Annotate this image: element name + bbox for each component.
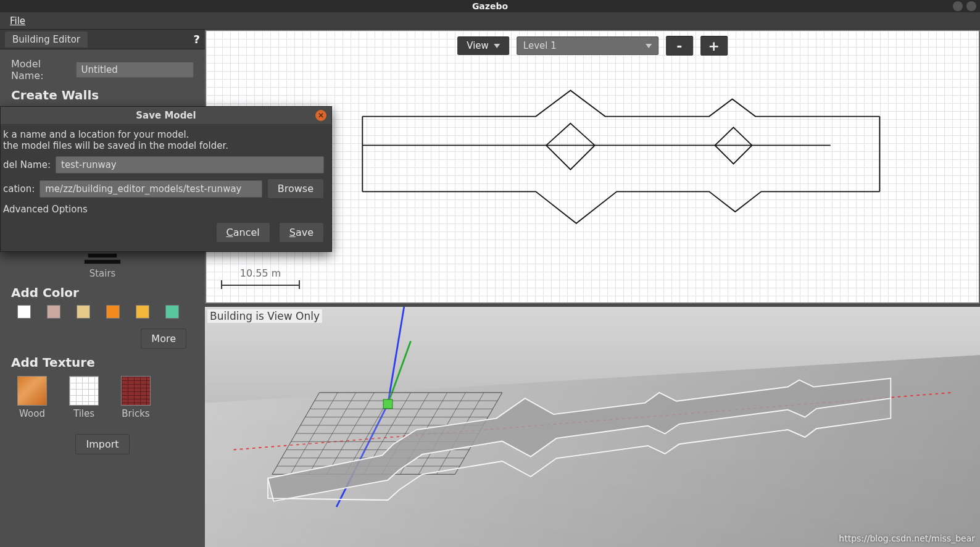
texture-wood[interactable]: Wood bbox=[17, 376, 47, 419]
dialog-model-name-input[interactable] bbox=[56, 156, 324, 173]
axis-z bbox=[388, 307, 405, 404]
menubar: File bbox=[0, 12, 980, 30]
cancel-button[interactable]: Cancel bbox=[216, 222, 270, 243]
more-colors-button[interactable]: More bbox=[141, 328, 186, 349]
texture-thumb-tiles bbox=[69, 376, 99, 406]
tab-building-editor[interactable]: Building Editor bbox=[5, 31, 88, 48]
save-model-dialog: Save Model ✕ k a name and a location for… bbox=[0, 106, 332, 252]
texture-bricks[interactable]: Bricks bbox=[121, 376, 151, 419]
minimize-icon[interactable] bbox=[953, 1, 963, 11]
scale-indicator: 10.55 m bbox=[221, 267, 300, 290]
dialog-title: Save Model bbox=[136, 110, 196, 121]
window-title: Gazebo bbox=[472, 1, 508, 11]
color-swatch-4[interactable] bbox=[136, 305, 149, 319]
dialog-location-input[interactable] bbox=[39, 180, 262, 198]
window-titlebar: Gazebo bbox=[0, 0, 980, 12]
view3d-scene bbox=[205, 307, 980, 547]
model-name-input[interactable] bbox=[76, 62, 194, 78]
color-swatch-5[interactable] bbox=[165, 305, 179, 319]
section-add-color: Add Color bbox=[11, 285, 194, 300]
menu-file[interactable]: File bbox=[6, 14, 29, 28]
window-buttons bbox=[953, 1, 976, 11]
origin-marker bbox=[383, 399, 392, 409]
help-icon[interactable]: ? bbox=[194, 33, 200, 46]
browse-button[interactable]: Browse bbox=[267, 178, 324, 199]
advanced-options-toggle[interactable]: Advanced Options bbox=[3, 204, 324, 215]
close-icon[interactable]: ✕ bbox=[315, 110, 326, 121]
texture-label-wood: Wood bbox=[17, 408, 47, 419]
texture-thumb-wood bbox=[17, 376, 47, 406]
color-swatch-1[interactable] bbox=[47, 305, 60, 319]
color-swatch-2[interactable] bbox=[77, 305, 90, 319]
import-button[interactable]: Import bbox=[75, 434, 129, 454]
texture-thumb-bricks bbox=[121, 376, 151, 406]
texture-label-tiles: Tiles bbox=[69, 408, 99, 419]
texture-tiles[interactable]: Tiles bbox=[69, 376, 99, 419]
texture-label-bricks: Bricks bbox=[121, 408, 151, 419]
section-create-walls: Create Walls bbox=[11, 88, 194, 102]
save-button[interactable]: Save bbox=[279, 222, 324, 243]
section-add-texture: Add Texture bbox=[11, 355, 194, 370]
color-swatch-0[interactable] bbox=[17, 305, 31, 319]
model-name-label: Model Name: bbox=[11, 58, 70, 81]
dialog-info-line1: k a name and a location for your model. bbox=[3, 129, 324, 140]
dialog-location-label: cation: bbox=[3, 183, 35, 194]
maximize-icon[interactable] bbox=[966, 1, 976, 11]
view3d-canvas[interactable]: Building is View Only bbox=[205, 307, 980, 547]
dialog-model-name-label: del Name: bbox=[3, 159, 51, 170]
stairs-caption: Stairs bbox=[11, 268, 194, 279]
watermark-text: https://blog.csdn.net/miss_bear bbox=[839, 533, 975, 543]
dialog-info-line2: the model files will be saved in the mod… bbox=[3, 140, 324, 151]
color-swatch-3[interactable] bbox=[106, 305, 120, 319]
